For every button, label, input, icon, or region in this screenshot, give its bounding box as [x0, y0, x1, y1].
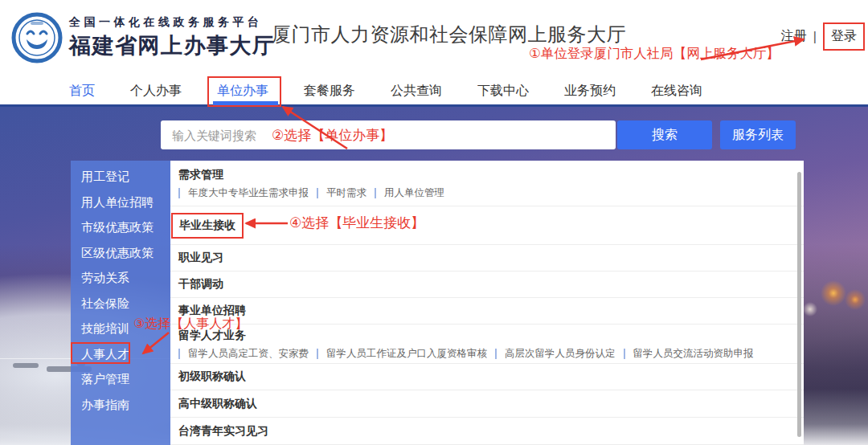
- service-row-graduate-reception: 毕业生接收: [170, 206, 804, 245]
- service-title-junior-title[interactable]: 初级职称确认: [178, 369, 246, 384]
- sublink-regular-demand[interactable]: 平时需求: [317, 188, 375, 198]
- annotation-step3: ③选择【人事人才】: [133, 316, 248, 333]
- login-link[interactable]: 登录: [823, 22, 865, 51]
- register-link[interactable]: 注册: [781, 28, 807, 45]
- service-row-internship: 职业见习: [170, 245, 804, 271]
- service-title-senior-title[interactable]: 高中级职称确认: [178, 397, 257, 411]
- service-row-junior-title: 初级职称确认: [170, 364, 804, 390]
- service-row-institution-recruitment: 事业单位招聘: [170, 298, 804, 325]
- page-title: 厦门市人力资源和社会保障网上服务大厅: [272, 22, 626, 47]
- portal-name: 福建省网上办事大厅: [69, 31, 276, 60]
- fujian-platform-logo-icon: [11, 12, 63, 63]
- sublink-high-level-identity[interactable]: 高层次留学人员身份认定: [495, 349, 624, 359]
- nav-item-personal-services[interactable]: 个人办事: [130, 83, 182, 100]
- service-sublinks: 留学人员高定工资、安家费 留学人员工作证及户口入厦资格审核 高层次留学人员身份认…: [178, 349, 804, 359]
- boat-silhouette: [13, 363, 39, 368]
- search-button[interactable]: 搜索: [617, 120, 712, 149]
- highlight-box-personnel-talent: [71, 342, 130, 364]
- header: 全国一体化在线政务服务平台 福建省网上办事大厅 厦门市人力资源和社会保障网上服务…: [0, 0, 868, 77]
- sidebar-item-social-insurance[interactable]: 社会保险: [71, 292, 170, 317]
- service-title-cadre-transfer[interactable]: 干部调动: [178, 277, 223, 292]
- panel-scrollbar[interactable]: [797, 172, 801, 437]
- page: 全国一体化在线政务服务平台 福建省网上办事大厅 厦门市人力资源和社会保障网上服务…: [0, 0, 868, 445]
- nav-item-download-center[interactable]: 下载中心: [477, 83, 529, 100]
- sidebar: 用工登记 用人单位招聘 市级优惠政策 区级优惠政策 劳动关系 社会保险 技能培训…: [71, 161, 170, 445]
- service-row-senior-title: 高中级职称确认: [170, 390, 804, 418]
- service-panel: 需求管理 年度大中专毕业生需求申报 平时需求 用人单位管理 毕业生接收 职业见习…: [170, 161, 804, 445]
- service-row-taiwan-youth: 台湾青年实习见习: [170, 418, 804, 445]
- sidebar-item-labor-relations[interactable]: 劳动关系: [71, 266, 170, 292]
- sidebar-item-residence-management[interactable]: 落户管理: [71, 367, 170, 393]
- nav-item-public-query[interactable]: 公共查询: [391, 83, 442, 100]
- nav-item-package-services[interactable]: 套餐服务: [304, 83, 355, 100]
- nav-item-company-services[interactable]: 单位办事: [217, 83, 268, 100]
- sublink-work-permit-household[interactable]: 留学人员工作证及户口入厦资格审核: [317, 349, 495, 359]
- platform-logo-text: 全国一体化在线政务服务平台 福建省网上办事大厅: [69, 15, 276, 60]
- sublink-annual-graduate-demand[interactable]: 年度大中专毕业生需求申报: [178, 188, 317, 198]
- sidebar-item-service-guide[interactable]: 办事指南: [71, 393, 170, 418]
- main-nav: 首页 个人办事 单位办事 套餐服务 公共查询 下载中心 业务预约 在线咨询: [0, 77, 868, 107]
- service-row-cadre-transfer: 干部调动: [170, 271, 804, 298]
- service-list-button[interactable]: 服务列表: [720, 120, 796, 149]
- service-row-overseas-talent: 留学人才业务 留学人员高定工资、安家费 留学人员工作证及户口入厦资格审核 高层次…: [170, 325, 804, 364]
- annotation-step1: ①单位登录厦门市人社局【网上服务大厅】: [529, 45, 780, 63]
- service-title-internship[interactable]: 职业见习: [178, 251, 223, 265]
- platform-name: 全国一体化在线政务服务平台: [69, 15, 276, 30]
- nav-item-online-consult[interactable]: 在线咨询: [651, 83, 702, 100]
- service-title-taiwan-youth[interactable]: 台湾青年实习见习: [178, 424, 268, 439]
- sidebar-item-employer-recruitment[interactable]: 用人单位招聘: [71, 190, 170, 216]
- sublink-employer-management[interactable]: 用人单位管理: [375, 188, 452, 198]
- nav-item-home[interactable]: 首页: [69, 83, 95, 100]
- sidebar-item-district-policies[interactable]: 区级优惠政策: [71, 241, 170, 267]
- sublink-exchange-subsidy[interactable]: 留学人员交流活动资助申报: [624, 349, 762, 359]
- service-title-demand-management[interactable]: 需求管理: [178, 168, 223, 182]
- auth-divider: |: [813, 30, 817, 44]
- service-sublinks: 年度大中专毕业生需求申报 平时需求 用人单位管理: [178, 188, 804, 198]
- annotation-step2: ②选择【单位办事】: [272, 126, 393, 145]
- auth-links: 注册 | 登录: [781, 22, 865, 51]
- service-title-graduate-reception[interactable]: 毕业生接收: [171, 213, 244, 239]
- sublink-overseas-salary-settling[interactable]: 留学人员高定工资、安家费: [178, 349, 317, 359]
- sidebar-item-personnel-talent[interactable]: 人事人才: [71, 342, 170, 368]
- service-row-demand-management: 需求管理 年度大中专毕业生需求申报 平时需求 用人单位管理: [170, 161, 804, 206]
- annotation-step4: ④选择【毕业生接收】: [289, 214, 424, 232]
- nav-item-appointment[interactable]: 业务预约: [564, 83, 616, 100]
- sidebar-item-city-policies[interactable]: 市级优惠政策: [71, 215, 170, 241]
- highlight-box-company-services: [207, 76, 281, 107]
- sidebar-item-labor-registration[interactable]: 用工登记: [71, 165, 170, 190]
